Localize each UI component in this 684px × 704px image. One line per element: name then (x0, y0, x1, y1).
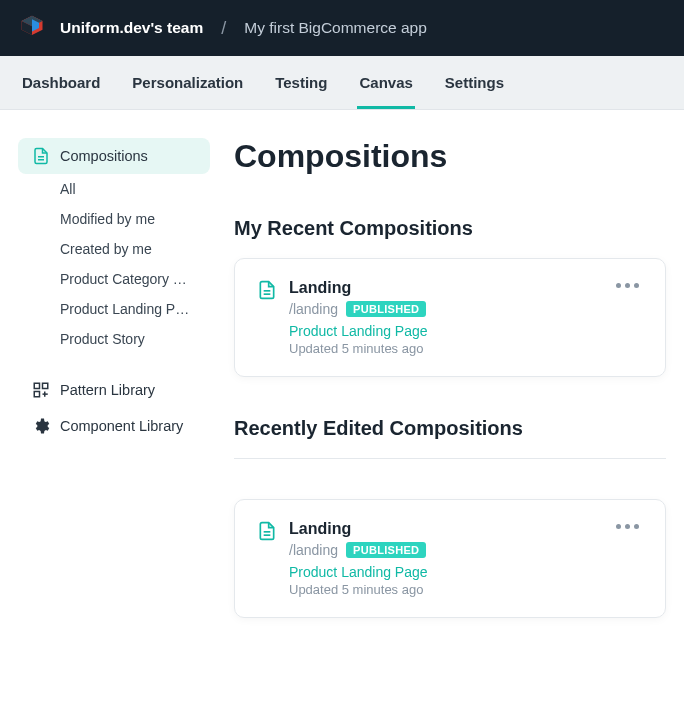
gear-icon (32, 417, 50, 435)
pattern-icon (32, 381, 50, 399)
logo[interactable] (18, 14, 46, 42)
sidebar-item-compositions[interactable]: Compositions (18, 138, 210, 174)
composition-updated: Updated 5 minutes ago (289, 341, 643, 356)
more-options-button[interactable] (612, 279, 643, 292)
composition-updated: Updated 5 minutes ago (289, 582, 643, 597)
svg-rect-7 (43, 383, 48, 388)
document-icon (257, 280, 277, 300)
status-badge: PUBLISHED (346, 542, 426, 558)
status-badge: PUBLISHED (346, 301, 426, 317)
sidebar-item-label: Compositions (60, 148, 148, 164)
svg-rect-8 (34, 392, 39, 397)
composition-slug: /landing (289, 542, 338, 558)
document-icon (32, 147, 50, 165)
sidebar-item-pattern-library[interactable]: Pattern Library (18, 372, 210, 408)
composition-title: Landing (289, 279, 643, 297)
composition-card[interactable]: Landing /landing PUBLISHED Product Landi… (234, 258, 666, 377)
more-options-button[interactable] (612, 520, 643, 533)
sidebar-item-label: Pattern Library (60, 382, 155, 398)
sidebar-sub-all[interactable]: All (18, 174, 210, 204)
main-area: Compositions All Modified by me Created … (0, 110, 684, 676)
composition-slug: /landing (289, 301, 338, 317)
divider (234, 458, 666, 459)
page-title: Compositions (234, 138, 666, 175)
breadcrumb-separator: / (221, 18, 226, 39)
breadcrumb-team[interactable]: Uniform.dev's team (60, 19, 203, 37)
sidebar-sub-product-story[interactable]: Product Story (18, 324, 210, 354)
recent-compositions-heading: My Recent Compositions (234, 217, 666, 240)
content-area: Compositions My Recent Compositions Land… (234, 138, 666, 658)
composition-title: Landing (289, 520, 643, 538)
tab-personalization[interactable]: Personalization (130, 56, 245, 109)
sidebar-sub-product-landing[interactable]: Product Landing Page (18, 294, 210, 324)
sidebar-item-label: Component Library (60, 418, 183, 434)
svg-rect-6 (34, 383, 39, 388)
sidebar: Compositions All Modified by me Created … (18, 138, 210, 658)
topbar: Uniform.dev's team / My first BigCommerc… (0, 0, 684, 56)
tab-testing[interactable]: Testing (273, 56, 329, 109)
composition-card[interactable]: Landing /landing PUBLISHED Product Landi… (234, 499, 666, 618)
sidebar-sub-created-by-me[interactable]: Created by me (18, 234, 210, 264)
tab-settings[interactable]: Settings (443, 56, 506, 109)
composition-template[interactable]: Product Landing Page (289, 323, 643, 339)
document-icon (257, 521, 277, 541)
tabbar: Dashboard Personalization Testing Canvas… (0, 56, 684, 110)
tab-canvas[interactable]: Canvas (357, 56, 414, 109)
tab-dashboard[interactable]: Dashboard (20, 56, 102, 109)
sidebar-item-component-library[interactable]: Component Library (18, 408, 210, 444)
sidebar-sub-product-category[interactable]: Product Category Pa... (18, 264, 210, 294)
composition-template[interactable]: Product Landing Page (289, 564, 643, 580)
recently-edited-heading: Recently Edited Compositions (234, 417, 666, 440)
breadcrumb-app[interactable]: My first BigCommerce app (244, 19, 427, 37)
sidebar-sub-modified-by-me[interactable]: Modified by me (18, 204, 210, 234)
